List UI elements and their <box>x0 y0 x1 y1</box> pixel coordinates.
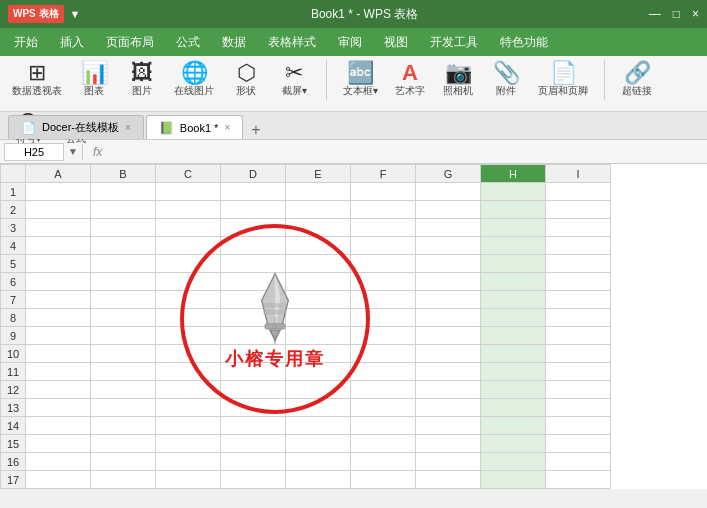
cell-E9[interactable] <box>286 327 351 345</box>
cell-D6[interactable] <box>221 273 286 291</box>
cell-F10[interactable] <box>351 345 416 363</box>
cell-D14[interactable] <box>221 417 286 435</box>
cell-D10[interactable] <box>221 345 286 363</box>
cell-F16[interactable] <box>351 453 416 471</box>
cell-H16[interactable] <box>481 453 546 471</box>
cell-C10[interactable] <box>156 345 221 363</box>
cell-H5[interactable] <box>481 255 546 273</box>
col-header-d[interactable]: D <box>221 165 286 183</box>
online-picture-button[interactable]: 🌐 在线图片 <box>170 60 218 100</box>
menu-insert[interactable]: 插入 <box>50 30 94 55</box>
cell-I3[interactable] <box>546 219 611 237</box>
cell-F3[interactable] <box>351 219 416 237</box>
cell-A10[interactable] <box>26 345 91 363</box>
cell-F2[interactable] <box>351 201 416 219</box>
menu-review[interactable]: 审阅 <box>328 30 372 55</box>
cell-B16[interactable] <box>91 453 156 471</box>
cell-B9[interactable] <box>91 327 156 345</box>
shape-button[interactable]: ⬡ 形状 <box>226 60 266 100</box>
cell-G4[interactable] <box>416 237 481 255</box>
cell-F9[interactable] <box>351 327 416 345</box>
cell-C12[interactable] <box>156 381 221 399</box>
cell-H6[interactable] <box>481 273 546 291</box>
cell-H17[interactable] <box>481 471 546 489</box>
close-button[interactable]: × <box>692 7 699 21</box>
cell-A14[interactable] <box>26 417 91 435</box>
cell-F1[interactable] <box>351 183 416 201</box>
cell-F6[interactable] <box>351 273 416 291</box>
cell-C11[interactable] <box>156 363 221 381</box>
cell-D1[interactable] <box>221 183 286 201</box>
header-footer-button[interactable]: 📄 页眉和页脚 <box>534 60 592 100</box>
cell-I11[interactable] <box>546 363 611 381</box>
cell-F8[interactable] <box>351 309 416 327</box>
col-header-i[interactable]: I <box>546 165 611 183</box>
cell-C17[interactable] <box>156 471 221 489</box>
picture-button[interactable]: 🖼 图片 <box>122 60 162 100</box>
arttext-button[interactable]: A 艺术字 <box>390 60 430 100</box>
cell-B3[interactable] <box>91 219 156 237</box>
col-header-g[interactable]: G <box>416 165 481 183</box>
cell-E15[interactable] <box>286 435 351 453</box>
col-header-a[interactable]: A <box>26 165 91 183</box>
cell-E17[interactable] <box>286 471 351 489</box>
cell-G16[interactable] <box>416 453 481 471</box>
cell-C8[interactable] <box>156 309 221 327</box>
col-header-f[interactable]: F <box>351 165 416 183</box>
cell-D9[interactable] <box>221 327 286 345</box>
col-header-h[interactable]: H <box>481 165 546 183</box>
menu-table-style[interactable]: 表格样式 <box>258 30 326 55</box>
cell-C7[interactable] <box>156 291 221 309</box>
cell-G6[interactable] <box>416 273 481 291</box>
tab-add-button[interactable]: + <box>245 121 266 139</box>
col-header-b[interactable]: B <box>91 165 156 183</box>
textbox-button[interactable]: 🔤 文本框▾ <box>339 60 382 100</box>
cell-A17[interactable] <box>26 471 91 489</box>
cell-I5[interactable] <box>546 255 611 273</box>
cell-I6[interactable] <box>546 273 611 291</box>
col-header-e[interactable]: E <box>286 165 351 183</box>
cell-B2[interactable] <box>91 201 156 219</box>
cell-B1[interactable] <box>91 183 156 201</box>
menu-dev[interactable]: 开发工具 <box>420 30 488 55</box>
hyperlink-button[interactable]: 🔗 超链接 <box>617 60 657 100</box>
cell-C16[interactable] <box>156 453 221 471</box>
cell-B11[interactable] <box>91 363 156 381</box>
chart-button[interactable]: 📊 图表 <box>74 60 114 100</box>
cell-B17[interactable] <box>91 471 156 489</box>
cell-H8[interactable] <box>481 309 546 327</box>
cell-F12[interactable] <box>351 381 416 399</box>
tab-docer[interactable]: 📄 Docer-在线模板 × <box>8 115 144 139</box>
tab-book1-close[interactable]: × <box>224 122 230 133</box>
cell-H15[interactable] <box>481 435 546 453</box>
attachment-button[interactable]: 📎 附件 <box>486 60 526 100</box>
cell-E3[interactable] <box>286 219 351 237</box>
cell-C13[interactable] <box>156 399 221 417</box>
cell-G5[interactable] <box>416 255 481 273</box>
cell-F14[interactable] <box>351 417 416 435</box>
cell-A11[interactable] <box>26 363 91 381</box>
cell-C2[interactable] <box>156 201 221 219</box>
cell-A9[interactable] <box>26 327 91 345</box>
cell-B6[interactable] <box>91 273 156 291</box>
cell-B13[interactable] <box>91 399 156 417</box>
cell-G10[interactable] <box>416 345 481 363</box>
cell-A3[interactable] <box>26 219 91 237</box>
cell-I16[interactable] <box>546 453 611 471</box>
cell-A4[interactable] <box>26 237 91 255</box>
cell-D11[interactable] <box>221 363 286 381</box>
cell-I17[interactable] <box>546 471 611 489</box>
cell-G13[interactable] <box>416 399 481 417</box>
cell-A7[interactable] <box>26 291 91 309</box>
tab-docer-close[interactable]: × <box>125 122 131 133</box>
cell-B7[interactable] <box>91 291 156 309</box>
cell-E11[interactable] <box>286 363 351 381</box>
cell-G2[interactable] <box>416 201 481 219</box>
cell-A8[interactable] <box>26 309 91 327</box>
cell-I15[interactable] <box>546 435 611 453</box>
cell-G3[interactable] <box>416 219 481 237</box>
cell-H12[interactable] <box>481 381 546 399</box>
cell-H9[interactable] <box>481 327 546 345</box>
cell-H3[interactable] <box>481 219 546 237</box>
cell-E16[interactable] <box>286 453 351 471</box>
